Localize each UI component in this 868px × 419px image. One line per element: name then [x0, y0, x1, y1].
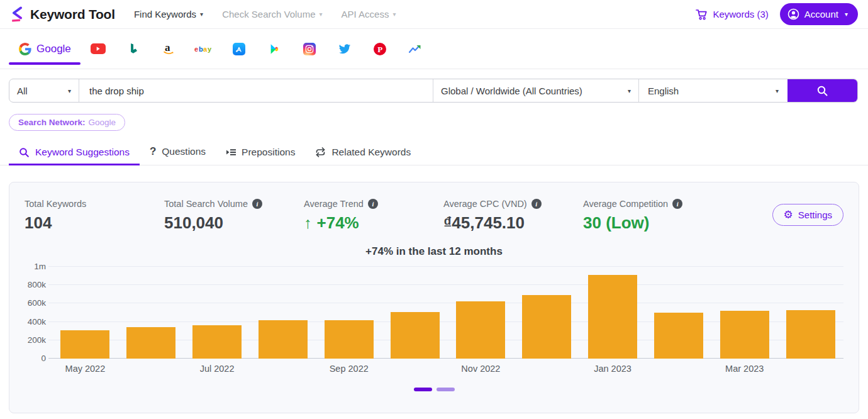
stat-total-search-volume: Total Search Volume i 510,040 — [164, 199, 304, 233]
app-logo[interactable]: Keyword Tool — [10, 6, 115, 23]
platform-tab-amazon[interactable]: a — [151, 42, 186, 56]
bar — [126, 327, 175, 359]
google-icon — [19, 43, 31, 55]
badge-label: Search Network: — [18, 118, 86, 127]
platform-tab-ebay[interactable]: e b a y — [186, 45, 221, 53]
pagination-dot[interactable] — [437, 388, 455, 391]
language-select[interactable]: English ▾ — [638, 79, 787, 102]
result-tabs: Keyword Suggestions ? Questions Preposit… — [0, 138, 868, 165]
bar — [588, 275, 637, 359]
keyword-search-input[interactable] — [79, 79, 433, 102]
tab-keyword-suggestions[interactable]: Keyword Suggestions — [9, 140, 140, 165]
nav-check-search-volume[interactable]: Check Search Volume ▾ — [222, 9, 322, 20]
y-axis-tick-label: 1m — [21, 262, 46, 272]
amazon-icon: a — [162, 42, 175, 56]
platform-tab-bing[interactable] — [116, 43, 151, 55]
google-trends-icon — [408, 43, 422, 55]
platform-tab-youtube[interactable] — [81, 43, 116, 54]
svg-text:e: e — [194, 45, 198, 53]
chart-plot: 0200k400k600k800k1m — [52, 267, 843, 359]
info-icon[interactable]: i — [672, 199, 682, 209]
bar — [522, 295, 571, 359]
svg-text:a: a — [165, 42, 170, 53]
platform-tab-instagram[interactable] — [292, 43, 327, 55]
svg-text:b: b — [199, 45, 203, 53]
bar — [391, 312, 440, 359]
app-title: Keyword Tool — [30, 7, 115, 22]
x-axis-tick-label: May 2022 — [52, 364, 118, 374]
search-network-badge[interactable]: Search Network: Google — [9, 114, 125, 131]
tab-questions[interactable]: ? Questions — [140, 138, 216, 165]
stats-row: Total Keywords 104 Total Search Volume i… — [25, 199, 843, 233]
chart-pagination — [25, 388, 843, 391]
tab-label: Prepositions — [242, 147, 295, 158]
cart-icon — [696, 9, 708, 20]
trend-up-icon: ↑ — [304, 215, 312, 231]
info-icon[interactable]: i — [368, 199, 378, 209]
stat-value: 104 — [25, 213, 164, 233]
nav-find-keywords[interactable]: Find Keywords ▾ — [134, 9, 203, 20]
nav-api-access[interactable]: API Access ▾ — [342, 9, 396, 20]
gear-icon: ⚙ — [784, 210, 793, 220]
y-axis-tick-label: 400k — [21, 317, 46, 327]
stat-average-trend: Average Trend i ↑ +74% — [304, 199, 443, 233]
info-icon[interactable]: i — [531, 199, 542, 209]
tab-prepositions[interactable]: Prepositions — [216, 140, 305, 165]
bing-icon — [128, 43, 139, 55]
platform-tabs: Google a e b a y — [0, 29, 868, 69]
badge-value: Google — [89, 118, 116, 127]
navbar-right: Keywords (3) Account ▾ — [696, 3, 858, 25]
chevron-down-icon: ▾ — [776, 87, 779, 94]
stat-value: ₫45,745.10 — [443, 213, 583, 233]
platform-tab-google[interactable]: Google — [9, 29, 81, 69]
chevron-down-icon: ▾ — [392, 11, 396, 18]
stat-average-cpc: Average CPC (VND) i ₫45,745.10 — [443, 199, 583, 233]
category-select[interactable]: All ▾ — [9, 79, 79, 102]
keywords-cart-link[interactable]: Keywords (3) — [696, 9, 768, 20]
overview-card: Total Keywords 104 Total Search Volume i… — [9, 182, 859, 413]
x-axis-tick-label — [382, 364, 448, 374]
account-button[interactable]: Account ▾ — [780, 3, 858, 25]
settings-button[interactable]: ⚙ Settings — [772, 204, 843, 226]
svg-text:a: a — [203, 45, 208, 53]
bar — [192, 325, 242, 359]
y-axis-tick-label: 800k — [21, 280, 46, 290]
y-axis-tick-label: 200k — [21, 335, 46, 345]
x-axis-tick-label — [250, 364, 316, 374]
stat-value: +74% — [317, 213, 359, 233]
stat-label: Average Competition — [583, 199, 668, 209]
search-bar: All ▾ Global / Worldwide (All Countries)… — [9, 79, 858, 103]
pagination-dot[interactable] — [414, 388, 432, 391]
platform-tab-google-trends[interactable] — [398, 43, 433, 55]
info-icon[interactable]: i — [252, 199, 262, 209]
twitter-icon — [338, 43, 352, 55]
tab-label: Questions — [162, 146, 206, 157]
bar — [720, 311, 769, 359]
search-button[interactable] — [787, 79, 857, 102]
app-store-icon — [233, 43, 245, 55]
chevron-down-icon: ▾ — [68, 87, 71, 94]
platform-tab-app-store[interactable] — [221, 43, 257, 55]
location-select[interactable]: Global / Worldwide (All Countries) ▾ — [433, 79, 638, 102]
platform-tab-google-play[interactable] — [257, 43, 292, 55]
pinterest-icon: P — [374, 43, 386, 55]
magnifier-icon — [816, 85, 828, 97]
platform-tab-pinterest[interactable]: P — [362, 43, 398, 55]
tab-related-keywords[interactable]: Related Keywords — [305, 140, 421, 165]
tab-label: Keyword Suggestions — [35, 147, 130, 158]
stat-value: 30 (Low) — [583, 213, 723, 233]
chevron-down-icon: ▾ — [320, 11, 323, 18]
cart-label: Keywords (3) — [713, 9, 768, 20]
y-axis-tick-label: 0 — [21, 354, 46, 364]
x-axis-tick-label — [777, 364, 843, 374]
platform-tab-twitter[interactable] — [327, 43, 362, 55]
y-axis-tick-label: 600k — [21, 298, 46, 308]
svg-text:y: y — [208, 45, 212, 53]
bar — [325, 320, 374, 359]
platform-google-label: Google — [36, 43, 71, 55]
x-axis-labels: May 2022Jul 2022Sep 2022Nov 2022Jan 2023… — [52, 364, 843, 374]
keywordtool-logo-icon — [10, 6, 25, 23]
nav-label: API Access — [342, 9, 389, 20]
indent-list-icon — [226, 148, 236, 157]
repeat-icon — [315, 147, 326, 157]
